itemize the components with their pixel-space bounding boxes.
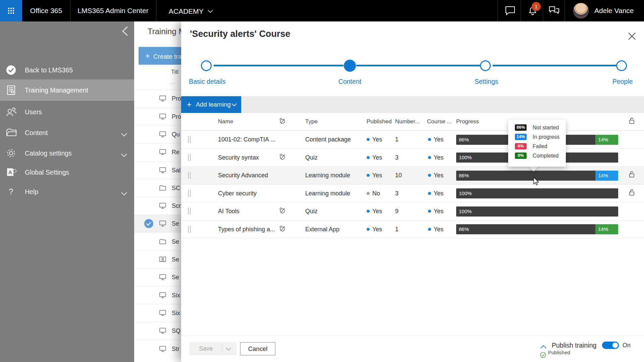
column-course[interactable]: Course ... (427, 118, 452, 125)
sidebar-item-content[interactable]: Content (0, 122, 134, 143)
training-list-row[interactable]: Se (134, 268, 181, 286)
selected-check-icon (144, 219, 153, 228)
office-365-link[interactable]: Office 365 (22, 0, 70, 21)
progress-segment-dark: 100% (456, 188, 618, 198)
tooltip-badge-not_started: 86% (515, 124, 527, 131)
step-label-people[interactable]: People (586, 78, 644, 85)
sidebar-item-catalog-settings[interactable]: Catalog settings (0, 142, 134, 164)
save-button[interactable]: Save (190, 342, 236, 355)
admin-center-link[interactable]: LMS365 Admin Center (70, 0, 156, 21)
step-circle-people[interactable] (616, 60, 627, 71)
training-list-row[interactable]: Se (134, 233, 181, 250)
training-list-row[interactable]: Se (134, 215, 181, 232)
add-learning-item-button[interactable]: + Add learning item (181, 96, 241, 113)
training-list-row[interactable]: Pro (134, 108, 181, 125)
sidebar-item-label: Users (25, 108, 42, 116)
chevron-up-icon[interactable] (540, 344, 547, 350)
training-list-row[interactable]: SQ (134, 322, 181, 340)
learning-item-row[interactable]: 1001-02: CompTIA ...Content packageYes1Y… (181, 131, 644, 149)
step-circle-basic-details[interactable] (201, 60, 212, 71)
number-value: 9 (395, 208, 398, 215)
learning-item-row[interactable]: Security AdvancedLearning moduleYes10Yes… (181, 167, 644, 185)
lock-open-icon[interactable] (629, 117, 635, 126)
drag-handle-icon[interactable] (188, 172, 191, 179)
step-circle-settings[interactable] (480, 60, 491, 71)
training-list-row[interactable]: Six (134, 286, 181, 304)
training-list-row[interactable]: Six (134, 304, 181, 322)
translate-icon: A (6, 167, 16, 177)
chevron-down-icon[interactable] (226, 348, 231, 351)
tenant-dropdown[interactable]: ACADEMY (169, 0, 213, 21)
drag-handle-icon[interactable] (188, 190, 191, 197)
sidebar-item-global-settings[interactable]: A Global Settings (0, 162, 134, 183)
screen: Office 365 LMS365 Admin Center ACADEMY 1… (0, 0, 644, 362)
number-value: 1 (395, 136, 398, 143)
user-avatar[interactable] (573, 3, 589, 19)
training-list-row[interactable]: SC (134, 179, 181, 197)
training-list-row[interactable]: Sal (134, 161, 181, 179)
learning-item-row[interactable]: AI ToolsQuizYes9Yes100% (181, 202, 644, 221)
toggle-state-label: On (623, 336, 631, 355)
step-label-basic-details[interactable]: Basic details (170, 78, 244, 85)
training-list-row[interactable]: Se (134, 250, 181, 268)
column-name[interactable]: Name (218, 118, 233, 125)
number-value: 3 (395, 190, 398, 197)
progress-bar[interactable]: 100% (456, 206, 618, 217)
item-name: AI Tools (218, 208, 239, 215)
progress-bar[interactable]: 86%14% (456, 224, 618, 234)
drag-handle-icon[interactable] (188, 154, 191, 161)
globe-disconnected-icon[interactable] (279, 118, 285, 126)
globe-disconnected-icon (279, 154, 285, 162)
training-title: Scr (172, 202, 181, 209)
learning-item-row[interactable]: Types of phishing a...External AppYes1Ye… (181, 221, 644, 239)
chat-icon[interactable] (505, 6, 515, 15)
sidebar-collapse-icon[interactable] (121, 26, 130, 36)
column-type[interactable]: Type (305, 118, 318, 125)
training-list-row[interactable]: Qu (134, 125, 181, 143)
published-value: Yes (372, 172, 382, 179)
number-value: 1 (395, 226, 398, 233)
close-icon[interactable] (626, 30, 638, 42)
sidebar-item-training-management[interactable]: Training Management (0, 79, 134, 101)
user-name[interactable]: Adele Vance (594, 0, 634, 21)
progress-bar[interactable]: 86%14% (456, 171, 618, 181)
learning-item-row[interactable]: Cyber securityLearning moduleNo3Yes100% (181, 185, 644, 203)
sidebar-item-back-to-lms365[interactable]: Back to LMS365 (0, 59, 134, 81)
step-label-settings[interactable]: Settings (449, 78, 523, 85)
learning-item-row[interactable]: Security syntaxQuizYes3Yes100% (181, 149, 644, 167)
cancel-button[interactable]: Cancel (240, 342, 275, 355)
column-published[interactable]: Published (367, 118, 392, 125)
step-circle-content[interactable] (344, 60, 356, 72)
monitor-icon (159, 167, 166, 173)
create-training-button[interactable]: +Create tra (139, 47, 181, 65)
feedback-icon[interactable] (549, 6, 559, 15)
course-dialog: 'Security alerts' Course Basic detailsCo… (181, 21, 644, 362)
training-list-row[interactable]: Pro (134, 89, 181, 107)
column-progress[interactable]: Progress (456, 118, 479, 125)
app-launcher-icon[interactable] (0, 0, 22, 21)
column-header-title[interactable]: Titl (171, 69, 178, 75)
lock-open-icon[interactable] (629, 171, 635, 180)
drag-handle-icon[interactable] (188, 208, 191, 215)
monitor-icon (159, 131, 166, 137)
column-number[interactable]: Number... (395, 118, 420, 125)
progress-bar[interactable]: 100% (456, 188, 618, 198)
training-list-row[interactable]: Scr (134, 197, 181, 215)
step-label-content[interactable]: Content (313, 78, 387, 85)
training-list-row[interactable]: Re (134, 143, 181, 161)
tooltip-badge-failed: 0% (515, 143, 527, 149)
item-name: 1001-02: CompTIA ... (218, 136, 275, 143)
publish-toggle[interactable] (602, 342, 619, 349)
lock-open-icon[interactable] (629, 189, 635, 198)
published-check-icon (540, 352, 546, 359)
published-dot (367, 210, 370, 213)
item-type: Quiz (305, 208, 318, 215)
published-value: Yes (372, 136, 382, 143)
drag-handle-icon[interactable] (188, 226, 191, 233)
topbar-separator (156, 0, 156, 21)
tenant-name: ACADEMY (169, 7, 204, 15)
drag-handle-icon[interactable] (188, 136, 191, 143)
sidebar-item-users[interactable]: Users (0, 101, 134, 123)
training-list-row[interactable]: Str (134, 340, 181, 358)
sidebar-item-help[interactable]: ? Help (0, 181, 134, 202)
